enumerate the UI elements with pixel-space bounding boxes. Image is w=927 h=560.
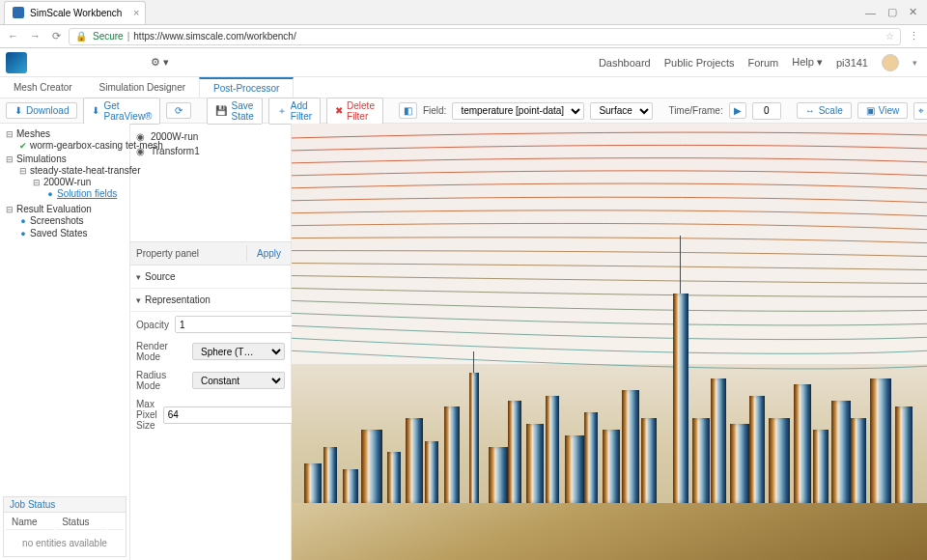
- section-representation[interactable]: Representation: [136, 294, 211, 305]
- nav-help[interactable]: Help ▾: [792, 56, 823, 69]
- viewport-3d[interactable]: [292, 124, 927, 560]
- city-geometry: [292, 276, 927, 560]
- url-text: https://www.simscale.com/workbench/: [133, 31, 295, 42]
- job-status-panel: Job Status NameStatus no entities availa…: [3, 496, 126, 557]
- toolbar: ⬇Download ⬇Get ParaView® ⟳ 💾Save State ＋…: [0, 98, 927, 124]
- star-icon[interactable]: ☆: [885, 31, 894, 42]
- close-tab-icon[interactable]: ×: [133, 7, 139, 18]
- secure-label: Secure: [93, 31, 124, 42]
- section-source[interactable]: Source: [136, 271, 176, 282]
- nav-public-projects[interactable]: Public Projects: [664, 57, 735, 69]
- render-mode-select[interactable]: Sphere (T…: [192, 343, 285, 360]
- simscale-logo[interactable]: [6, 52, 27, 73]
- tree-result-eval[interactable]: ⊟Result Evaluation ●Screenshots ●Saved S…: [2, 203, 127, 240]
- pipeline-panel: ◉2000W-run ◉Transform1 Property panel Ap…: [130, 124, 292, 560]
- view-button[interactable]: ▣View: [857, 102, 909, 119]
- tree-screenshots[interactable]: ●Screenshots: [15, 214, 127, 227]
- tree-run[interactable]: ⊟2000W-run ●Solution fields: [29, 176, 127, 201]
- play-button[interactable]: ▶: [729, 102, 746, 119]
- x-icon: ✖: [335, 105, 343, 116]
- tree-mesh-item[interactable]: ✔worm-gearbox-casing tet-mesh: [15, 139, 127, 152]
- timeframe-input[interactable]: [752, 102, 781, 120]
- representation-select[interactable]: Surface: [590, 102, 653, 120]
- add-filter-button[interactable]: ＋Add Filter: [268, 98, 321, 125]
- refresh-button[interactable]: ⟳: [166, 102, 191, 119]
- job-status-title: Job Status: [4, 497, 126, 513]
- field-label: Field:: [423, 105, 446, 116]
- save-icon: 💾: [215, 105, 227, 116]
- browser-address-bar: ← → ⟳ 🔒 Secure | https://www.simscale.co…: [0, 25, 927, 48]
- avatar[interactable]: [882, 54, 899, 71]
- lock-icon: 🔒: [75, 31, 87, 42]
- nav-forward-icon[interactable]: →: [30, 30, 41, 42]
- get-paraview-button[interactable]: ⬇Get ParaView®: [83, 98, 160, 125]
- max-pixel-input[interactable]: [163, 406, 295, 424]
- tab-post-processor[interactable]: Post-Processor: [199, 77, 294, 98]
- timeframe-label: Time/Frame:: [668, 105, 722, 116]
- job-no-entities: no entities available: [6, 532, 124, 554]
- window-close-icon[interactable]: ✕: [909, 6, 917, 18]
- nav-reload-icon[interactable]: ⟳: [52, 30, 61, 42]
- download-icon: ⬇: [92, 105, 99, 116]
- radius-mode-label: Radius Mode: [136, 370, 186, 391]
- tree-sim-item[interactable]: ⊟steady-state-heat-transfer ⊟2000W-run ●…: [15, 164, 127, 202]
- apply-button[interactable]: Apply: [246, 245, 291, 262]
- save-state-button[interactable]: 💾Save State: [207, 98, 262, 125]
- delete-filter-button[interactable]: ✖Delete Filter: [326, 98, 383, 125]
- browser-tabstrip: SimScale Workbench × — ▢ ✕: [0, 0, 927, 25]
- field-color-icon[interactable]: ◧: [399, 102, 417, 119]
- scale-button[interactable]: ↔Scale: [797, 102, 852, 119]
- job-col-name: Name: [6, 515, 54, 530]
- max-pixel-label: Max Pixel Size: [136, 399, 157, 431]
- tab-title: SimScale Workbench: [30, 8, 122, 18]
- project-tree: ⊟Meshes ✔worm-gearbox-casing tet-mesh ⊟S…: [0, 124, 130, 560]
- property-panel-title: Property panel: [136, 248, 199, 259]
- avatar-caret-icon[interactable]: ▾: [913, 58, 917, 68]
- window-minimize-icon[interactable]: —: [865, 7, 876, 18]
- download-button[interactable]: ⬇Download: [6, 102, 77, 119]
- tab-simulation-designer[interactable]: Simulation Designer: [86, 77, 200, 98]
- settings-gear-icon[interactable]: ⚙ ▾: [151, 56, 169, 69]
- browser-menu-icon[interactable]: ⋮: [909, 30, 919, 42]
- workspace-tabs: Mesh Creator Simulation Designer Post-Pr…: [0, 77, 927, 98]
- app-header: ⚙ ▾ Dashboard Public Projects Forum Help…: [0, 48, 927, 77]
- scale-icon: ↔: [805, 105, 815, 116]
- view-icon: ▣: [866, 105, 875, 116]
- tree-saved-states[interactable]: ●Saved States: [15, 227, 127, 239]
- render-mode-label: Render Mode: [136, 341, 186, 362]
- download-icon: ⬇: [14, 105, 22, 116]
- cursor-info-icon[interactable]: ⌖: [913, 102, 927, 120]
- job-col-status: Status: [56, 515, 106, 530]
- opacity-label: Opacity: [136, 320, 169, 330]
- field-select[interactable]: temperature [point-data]: [452, 102, 584, 120]
- plus-icon: ＋: [277, 104, 287, 118]
- nav-back-icon[interactable]: ←: [8, 30, 18, 42]
- tree-simulations[interactable]: ⊟Simulations ⊟steady-state-heat-transfer…: [2, 153, 127, 203]
- url-field[interactable]: 🔒 Secure | https://www.simscale.com/work…: [69, 28, 901, 45]
- opacity-input[interactable]: [175, 316, 307, 333]
- nav-dashboard[interactable]: Dashboard: [599, 57, 651, 69]
- favicon: [13, 7, 24, 18]
- window-maximize-icon[interactable]: ▢: [887, 6, 897, 18]
- tree-solution-fields[interactable]: ●Solution fields: [42, 187, 127, 200]
- radius-mode-select[interactable]: Constant: [192, 372, 285, 389]
- username[interactable]: pi3141: [836, 57, 868, 69]
- tab-mesh-creator[interactable]: Mesh Creator: [0, 77, 86, 98]
- browser-tab-simscale[interactable]: SimScale Workbench ×: [4, 1, 146, 24]
- nav-forum[interactable]: Forum: [747, 57, 778, 69]
- tree-meshes[interactable]: ⊟Meshes ✔worm-gearbox-casing tet-mesh: [2, 127, 127, 153]
